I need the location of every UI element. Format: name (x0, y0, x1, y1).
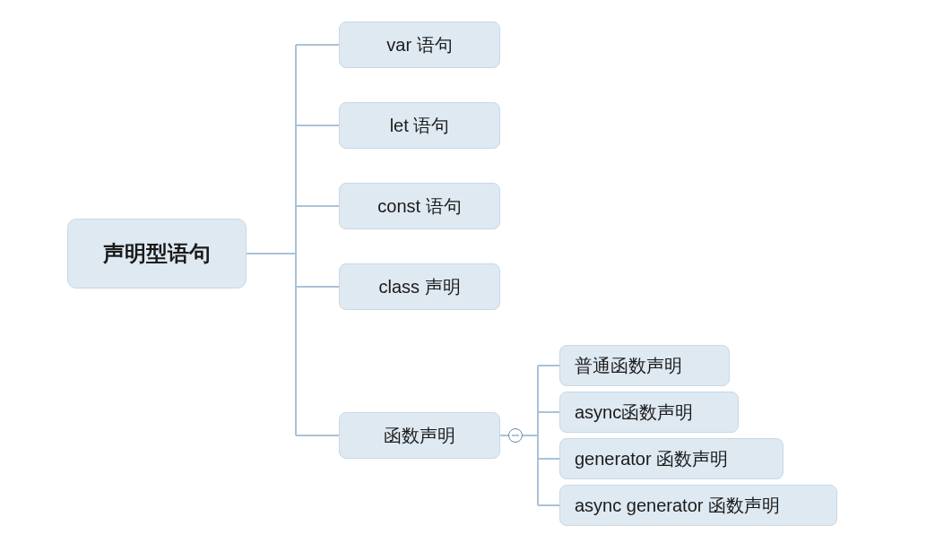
node-const-label: const 语句 (377, 194, 461, 219)
node-class[interactable]: class 声明 (339, 263, 500, 310)
node-var[interactable]: var 语句 (339, 22, 500, 68)
leaf-async-function-label: async函数声明 (575, 401, 693, 425)
leaf-normal-function-label: 普通函数声明 (575, 354, 682, 378)
node-function-label: 函数声明 (384, 424, 455, 448)
collapse-toggle-icon[interactable] (508, 428, 523, 443)
node-let-label: let 语句 (390, 114, 450, 138)
node-let[interactable]: let 语句 (339, 102, 500, 149)
leaf-async-generator-function-label: async generator 函数声明 (575, 494, 780, 518)
leaf-generator-function-label: generator 函数声明 (575, 447, 728, 471)
node-var-label: var 语句 (386, 33, 452, 57)
node-function[interactable]: 函数声明 (339, 412, 500, 459)
node-const[interactable]: const 语句 (339, 183, 500, 229)
root-node[interactable]: 声明型语句 (67, 219, 247, 289)
leaf-generator-function[interactable]: generator 函数声明 (559, 438, 783, 479)
leaf-async-generator-function[interactable]: async generator 函数声明 (559, 485, 837, 526)
leaf-normal-function[interactable]: 普通函数声明 (559, 345, 730, 386)
root-label: 声明型语句 (103, 239, 211, 268)
leaf-async-function[interactable]: async函数声明 (559, 392, 739, 433)
node-class-label: class 声明 (378, 275, 460, 299)
